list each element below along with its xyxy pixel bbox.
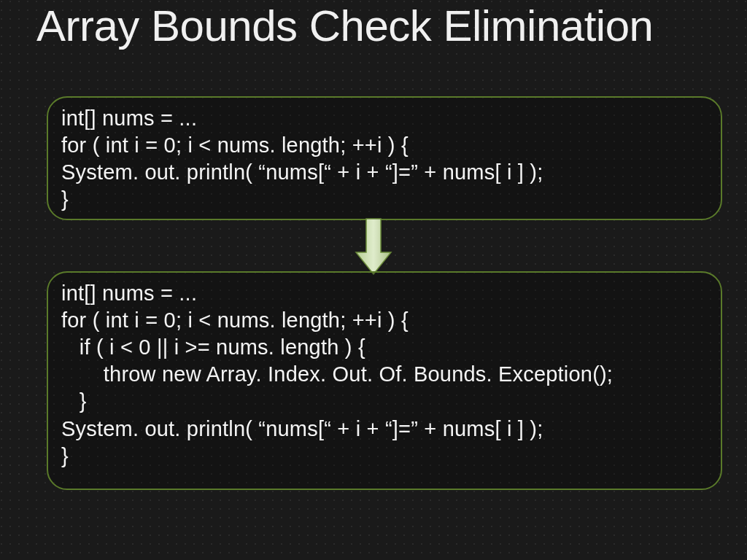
- slide-title: Array Bounds Check Elimination: [0, 3, 689, 49]
- arrow-down-icon: [0, 217, 747, 274]
- code-box-before: int[] nums = ... for ( int i = 0; i < nu…: [47, 96, 722, 220]
- code-box-after: int[] nums = ... for ( int i = 0; i < nu…: [47, 271, 722, 490]
